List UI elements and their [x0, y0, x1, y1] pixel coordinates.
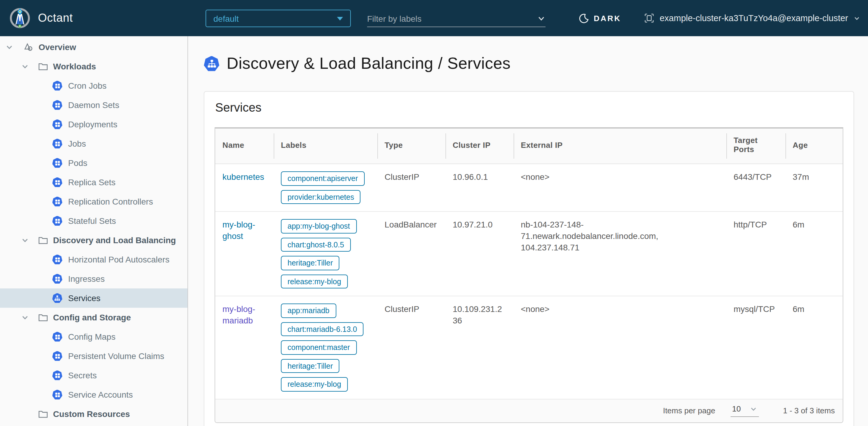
sidebar-item-custom-resources[interactable]: Custom Resources [0, 404, 187, 424]
sidebar-item-label: Jobs [68, 139, 86, 148]
table-body: kubernetescomponent:apiserverprovider:ku… [215, 164, 843, 399]
service-name-link[interactable]: kubernetes [222, 172, 264, 181]
label-pill[interactable]: component:master [281, 340, 356, 354]
sidebar-item-label: Discovery and Load Balancing [53, 235, 176, 245]
service-type: ClusterIP [377, 164, 445, 212]
chevron-down-icon[interactable] [537, 14, 546, 23]
sidebar-item-horizontal-pod-autoscalers[interactable]: Horizontal Pod Autoscalers [0, 250, 187, 269]
brand: Octant [0, 6, 73, 30]
column-header-cluster-ip: Cluster IP [445, 129, 514, 164]
sidebar-item-persistent-volume-claims[interactable]: Persistent Volume Claims [0, 346, 187, 366]
column-header-labels: Labels [274, 129, 377, 164]
folder-icon [37, 312, 48, 322]
chevron-down-icon[interactable] [21, 236, 29, 244]
sidebar-item-discovery-and-load-balancing[interactable]: Discovery and Load Balancing [0, 230, 187, 250]
table-footer: Items per page 10 1 - 3 of 3 items [215, 399, 843, 422]
sidebar-item-secrets[interactable]: Secrets [0, 366, 187, 385]
age: 6m [785, 296, 843, 399]
service-type: ClusterIP [377, 296, 445, 399]
label-pill[interactable]: heritage:Tiller [281, 359, 340, 373]
table-row: my-blog-ghostapp:my-blog-ghostchart:ghos… [215, 212, 843, 296]
sidebar-item-label: Secrets [68, 370, 97, 380]
label-pill[interactable]: chart:mariadb-6.13.0 [281, 322, 364, 336]
service-name-link[interactable]: my-blog-ghost [222, 220, 255, 241]
external-ip: <none> [514, 296, 726, 399]
sidebar-item-label: Workloads [53, 61, 96, 71]
sidebar-item-services[interactable]: Services [0, 288, 187, 308]
caret-down-icon [337, 17, 343, 20]
services-datagrid: NameLabelsTypeCluster IPExternal IPTarge… [215, 127, 843, 423]
column-header-target-ports: Target Ports [726, 129, 785, 164]
label-pill[interactable]: app:mariadb [281, 304, 336, 318]
sidebar-item-service-accounts[interactable]: Service Accounts [0, 385, 187, 404]
sidebar-item-label: Cron Jobs [68, 81, 107, 90]
daemon-sets-icon [52, 100, 63, 110]
sidebar-item-label: Config and Storage [53, 313, 131, 322]
sidebar-item-replica-sets[interactable]: Replica Sets [0, 173, 187, 192]
cluster-selector[interactable]: example-cluster-ka3TuTzYo4a@example-clus… [645, 0, 860, 36]
page-title-row: Discovery & Load Balancing / Services [204, 54, 854, 73]
chevron-down-icon[interactable] [21, 62, 29, 70]
cluster-ip: 10.96.0.1 [445, 164, 514, 212]
applications-icon [23, 41, 34, 53]
theme-toggle-label: DARK [594, 13, 621, 23]
sidebar-nav: OverviewWorkloadsCron JobsDaemon SetsDep… [0, 36, 188, 426]
chevron-down-icon[interactable] [21, 313, 29, 321]
services-icon [204, 56, 219, 72]
sidebar-item-label: Custom Resources [53, 409, 130, 419]
sidebar-item-config-and-storage[interactable]: Config and Storage [0, 308, 187, 327]
sidebar-item-daemon-sets[interactable]: Daemon Sets [0, 95, 187, 115]
card-title: Services [215, 101, 843, 115]
chevron-down-icon [750, 405, 757, 413]
moon-icon [579, 13, 589, 23]
sidebar-item-label: Overview [38, 42, 76, 52]
services-card: Services NameLabelsTypeCluster IPExterna… [204, 91, 854, 426]
label-pill[interactable]: provider:kubernetes [281, 190, 361, 204]
pagination-range: 1 - 3 of 3 items [783, 406, 835, 415]
namespace-selector[interactable]: default [206, 10, 351, 27]
chevron-down-icon[interactable] [5, 43, 13, 51]
sidebar-item-label: Deployments [68, 119, 117, 129]
sidebar-item-replication-controllers[interactable]: Replication Controllers [0, 192, 187, 211]
sidebar-item-workloads[interactable]: Workloads [0, 57, 187, 76]
label-pill[interactable]: release:my-blog [281, 274, 348, 288]
column-header-name: Name [215, 129, 274, 164]
sidebar-item-config-maps[interactable]: Config Maps [0, 327, 187, 346]
label-pill[interactable]: chart:ghost-8.0.5 [281, 237, 351, 252]
external-ip: <none> [514, 164, 726, 212]
cluster-ip: 10.97.21.0 [445, 212, 514, 296]
sidebar-item-ingresses[interactable]: Ingresses [0, 269, 187, 288]
sidebar-item-overview[interactable]: Overview [0, 37, 187, 57]
sidebar-item-deployments[interactable]: Deployments [0, 115, 187, 134]
sidebar-item-stateful-sets[interactable]: Stateful Sets [0, 211, 187, 230]
cron-jobs-icon [52, 81, 63, 91]
sidebar-item-jobs[interactable]: Jobs [0, 134, 187, 153]
label-pill[interactable]: release:my-blog [281, 377, 348, 391]
items-per-page-value: 10 [732, 404, 741, 413]
label-pill[interactable]: app:my-blog-ghost [281, 219, 356, 233]
horizontal-pod-autoscalers-icon [52, 254, 63, 264]
column-header-external-ip: External IP [514, 129, 726, 164]
folder-icon [37, 409, 48, 419]
main-content: Discovery & Load Balancing / Services Se… [188, 36, 868, 426]
label-pill[interactable]: component:apiserver [281, 171, 364, 186]
label-pill[interactable]: heritage:Tiller [281, 256, 340, 270]
external-ip: nb-104-237-148-71.newark.nodebalancer.li… [514, 212, 726, 296]
sidebar-item-label: Ingresses [68, 274, 104, 284]
octant-logo-icon [8, 6, 32, 30]
sidebar-item-label: Daemon Sets [68, 100, 119, 110]
service-name-link[interactable]: my-blog-mariadb [222, 304, 255, 325]
app-title: Octant [38, 11, 73, 25]
app-header: Octant default DARK [0, 0, 868, 36]
sidebar-item-cron-jobs[interactable]: Cron Jobs [0, 76, 187, 95]
secrets-icon [52, 370, 63, 380]
items-per-page-select[interactable]: 10 [730, 404, 759, 417]
label-filter-input[interactable] [367, 13, 537, 23]
sidebar-item-pods[interactable]: Pods [0, 153, 187, 173]
persistent-volume-claims-icon [52, 351, 63, 361]
deployments-icon [52, 119, 63, 130]
theme-toggle-button[interactable]: DARK [579, 0, 621, 36]
sidebar-item-label: Services [68, 293, 100, 303]
service-type: LoadBalancer [377, 212, 445, 296]
jobs-icon [52, 139, 63, 149]
